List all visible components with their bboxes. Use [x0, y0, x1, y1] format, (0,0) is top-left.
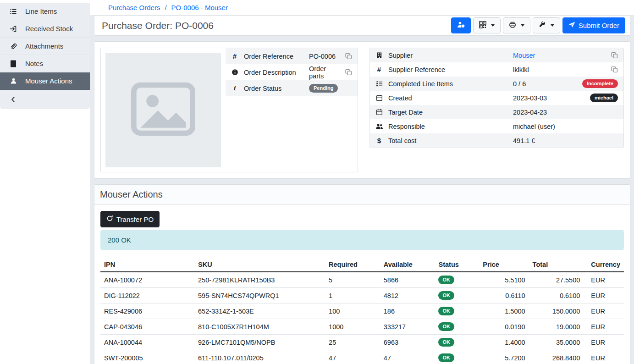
created-date-value: 2023-03-03 [513, 94, 586, 102]
breadcrumb: Purchase Orders / PO-0006 - Mouser [90, 0, 634, 15]
person-shield-icon [457, 21, 465, 30]
sidebar-item-received-stock[interactable]: Received Stock [0, 20, 90, 38]
copy-button[interactable] [611, 66, 618, 73]
detail-label: Completed Line Items [388, 80, 513, 88]
detail-row-order-status: i Order Status Pending [226, 80, 358, 96]
sign-in-icon [9, 25, 17, 33]
refresh-icon [106, 215, 113, 223]
detail-row-total-cost: $ Total cost 491.1 € [370, 133, 623, 148]
sidebar-item-line-items[interactable]: Line Items [0, 3, 90, 20]
available-cell: 6963 [380, 335, 435, 350]
total-cell: 0.6100 [529, 288, 584, 303]
column-header-available: Available [380, 258, 435, 272]
breadcrumb-link-current-order[interactable]: PO-0006 - Mouser [171, 4, 228, 11]
hash-icon: # [226, 52, 244, 60]
column-header-currency: Currency [584, 258, 624, 272]
sidebar-item-attachments[interactable]: Attachments [0, 38, 90, 55]
incomplete-badge: Incomplete [582, 79, 618, 88]
sidebar-item-notes[interactable]: Notes [0, 55, 90, 72]
barcode-actions-button[interactable] [473, 17, 501, 33]
users-icon [370, 123, 388, 130]
required-cell: 25 [325, 335, 380, 350]
paper-plane-icon [568, 22, 575, 30]
transfer-po-button[interactable]: Transfer PO [100, 211, 160, 227]
copy-button[interactable] [345, 53, 352, 60]
ipn-cell: RES-429006 [100, 303, 194, 319]
caret-down-icon [491, 24, 495, 27]
sidebar-item-label: Notes [25, 60, 43, 67]
main-content: Purchase Orders / PO-0006 - Mouser Purch… [90, 0, 634, 364]
building-icon [370, 52, 388, 59]
price-cell: 5.7200 [479, 350, 529, 364]
barcode-icon [479, 21, 486, 30]
created-by-badge: michael [590, 94, 618, 102]
order-details-panel: # Order Reference PO-0006 Order Descript… [94, 41, 630, 179]
available-cell: 333217 [380, 319, 435, 335]
sidebar-item-label: Line Items [25, 7, 57, 15]
actions-table: IPNSKURequiredAvailableStatusPriceTotalC… [100, 258, 624, 364]
total-cell: 268.8400 [529, 350, 584, 364]
caret-down-icon [551, 24, 554, 27]
ok-status-badge: OK [438, 338, 454, 347]
required-cell: 100 [325, 303, 380, 319]
order-reference-value: PO-0006 [309, 53, 342, 60]
detail-label: Order Description [244, 69, 309, 76]
column-header-status: Status [435, 258, 479, 272]
status-cell: OK [435, 272, 479, 288]
completed-line-items-value: 0 / 6 [513, 80, 579, 88]
status-cell: OK [435, 303, 479, 319]
sidebar-item-mouser-actions[interactable]: Mouser Actions [0, 72, 90, 90]
available-cell: 47 [380, 350, 435, 364]
ok-status-badge: OK [438, 322, 454, 331]
transfer-po-label: Transfer PO [116, 215, 154, 223]
actions-table-head: IPNSKURequiredAvailableStatusPriceTotalC… [100, 258, 624, 272]
supplier-reference-value: lklklkl [513, 66, 607, 73]
ok-status-badge: OK [438, 307, 454, 315]
total-cell: 35.0000 [529, 335, 584, 350]
dollar-icon: $ [370, 137, 388, 144]
column-header-price: Price [479, 258, 529, 272]
supplier-link[interactable]: Mouser [513, 52, 607, 59]
info-circle-icon [226, 69, 244, 76]
sku-cell: 810-C1005X7R1H104M [194, 319, 325, 335]
order-actions-button[interactable] [533, 17, 560, 33]
page-header-panel: Purchase Order: PO-0006 [94, 15, 630, 36]
detail-row-completed-line-items: Completed Line Items 0 / 6 Incomplete [370, 77, 623, 91]
order-status-badge: Pending [309, 84, 338, 93]
detail-row-supplier-reference: # Supplier Reference lklklkl [370, 62, 623, 77]
admin-button[interactable] [451, 17, 471, 33]
column-header-sku: SKU [194, 258, 325, 272]
wrench-icon [539, 21, 546, 30]
submit-order-button[interactable]: Submit Order [562, 17, 625, 33]
status-cell: OK [435, 319, 479, 335]
detail-label: Order Status [244, 85, 309, 92]
sku-cell: 926-LMC7101QM5/NOPB [194, 335, 325, 350]
price-cell: 0.6110 [479, 288, 529, 303]
sku-cell: 652-3314Z-1-503E [194, 303, 325, 319]
calendar-icon [370, 94, 388, 101]
app-window: Line Items Received Stock Attachments No… [0, 0, 634, 364]
list-check-icon [370, 80, 388, 87]
currency-cell: EUR [584, 350, 624, 364]
price-cell: 1.5000 [479, 303, 529, 319]
order-image-placeholder[interactable] [105, 53, 221, 167]
sidebar-collapse-button[interactable] [0, 90, 90, 109]
breadcrumb-link-purchase-orders[interactable]: Purchase Orders [108, 4, 160, 11]
detail-row-created: Created 2023-03-03 michael [370, 91, 623, 105]
note-icon [9, 60, 17, 67]
panel-body: Transfer PO 200 OK IPNSKURequiredAvailab… [94, 205, 630, 364]
header-actions: Submit Order [451, 17, 625, 33]
copy-button[interactable] [611, 52, 618, 59]
available-cell: 5866 [380, 272, 435, 288]
price-cell: 5.5100 [479, 272, 529, 288]
hash-icon: # [370, 66, 388, 73]
print-actions-button[interactable] [503, 17, 530, 33]
copy-button[interactable] [345, 69, 352, 76]
page-title: Purchase Order: PO-0006 [102, 20, 214, 31]
ipn-cell: ANA-100072 [100, 272, 194, 288]
table-row: SWT-200005611-110.107.011/02054747OK5.72… [100, 350, 624, 364]
ipn-cell: SWT-200005 [100, 350, 194, 364]
sidebar-item-label: Mouser Actions [25, 77, 72, 85]
paperclip-icon [9, 43, 17, 50]
table-row: RES-429006652-3314Z-1-503E100186OK1.5000… [100, 303, 624, 319]
